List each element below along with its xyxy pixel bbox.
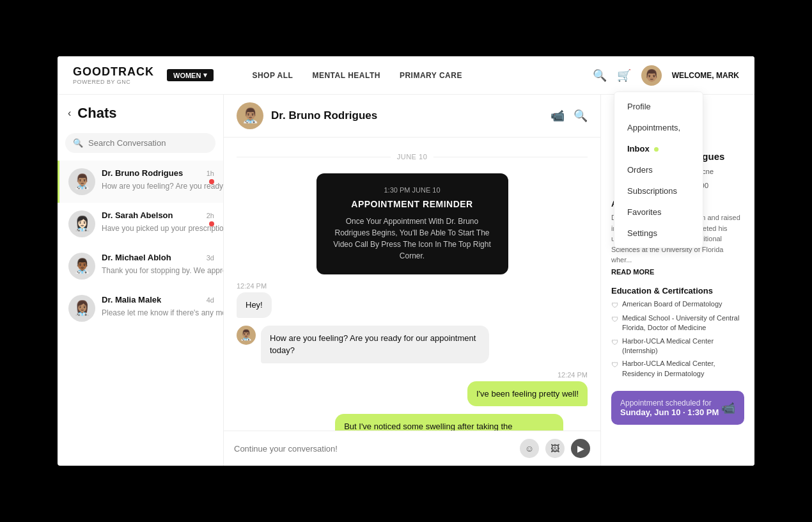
shield-icon-3: 🛡 [611, 338, 618, 347]
dropdown-profile[interactable]: Profile [614, 96, 703, 117]
edu-text-3: Harbor-UCLA Medical Center (Internship) [622, 336, 744, 356]
user-avatar[interactable]: 👨🏽 [641, 65, 662, 86]
chat-preview-michael: Thank you for stopping by. We appreciate… [102, 266, 223, 275]
chat-item-sarah[interactable]: 👩🏻‍⚕️ Dr. Sarah Abelson 2h Have you pick… [58, 203, 223, 245]
dropdown-subscriptions[interactable]: Subscriptions [614, 180, 703, 202]
chat-avatar-bruno: 👨🏽‍⚕️ [68, 168, 95, 195]
date-label: JUNE 10 [397, 153, 428, 161]
shield-icon-2: 🛡 [611, 315, 618, 324]
appt-info: Appointment scheduled for Sunday, Jun 10… [620, 399, 719, 417]
chat-time-sarah: 2h [207, 212, 214, 219]
date-separator: JUNE 10 [237, 153, 588, 161]
edu-text-1: American Board of Dermatology [622, 299, 722, 309]
reminder-body: Once Your Appointment With Dr. Bruno Rod… [332, 216, 493, 262]
chat-header: 👨🏽‍⚕️ Dr. Bruno Rodrigues 📹 🔍 [224, 95, 600, 138]
appt-label: Appointment scheduled for [620, 399, 719, 407]
msg-time-sent: 12:24 PM [237, 371, 588, 379]
chat-item-michael[interactable]: 👨🏾‍⚕️ Dr. Michael Abloh 3d Thank you for… [58, 245, 223, 287]
chat-info-bruno: Dr. Bruno Rodrigues 1h How are you feeli… [102, 168, 214, 191]
education-section: Education & Certifcations 🛡 American Boa… [611, 286, 744, 383]
emoji-button[interactable]: ☺ [520, 439, 539, 458]
welcome-text[interactable]: WELCOME, MARK [672, 71, 739, 80]
msg-bubble-hey: Hey! [237, 292, 272, 318]
header: GOODTRACK POWERED BY GNC WOMEN ▾ SHOP AL… [58, 56, 754, 95]
sidebar-title: Chats [77, 105, 116, 122]
date-line-right [433, 157, 588, 157]
nav-mental-health[interactable]: MENTAL HEALTH [312, 71, 380, 80]
chat-input-area: ☺ 🖼 ▶ [224, 431, 600, 466]
chat-item-malia[interactable]: 👩🏽‍⚕️ Dr. Malia Malek 4d Please let me k… [58, 287, 223, 329]
appt-video-icon[interactable]: 📹 [721, 401, 735, 415]
logo-text: GOODTRACK [73, 65, 154, 79]
chat-avatar-malia: 👩🏽‍⚕️ [68, 295, 95, 322]
women-label: WOMEN [173, 72, 201, 79]
messages-area: JUNE 10 1:30 PM JUNE 10 APPOINTMENT REMI… [224, 138, 600, 431]
chat-name-michael: Dr. Michael Abloh [102, 253, 171, 262]
user-dropdown-menu: Profile Appointments, Inbox Orders Subsc… [614, 91, 703, 248]
msg-time-1: 12:24 PM [237, 282, 588, 290]
msg-group-sent: 12:24 PM I've been feeling pretty well! [237, 371, 588, 407]
women-dropdown[interactable]: WOMEN ▾ [167, 69, 214, 81]
edu-item-2: 🛡 Medical School - University of Central… [611, 313, 744, 333]
chat-name-sarah: Dr. Sarah Abelson [102, 210, 173, 220]
attachment-button[interactable]: 🖼 [545, 439, 565, 458]
msg-bubble-feeling: How are you feeling? Are you ready for o… [261, 326, 489, 363]
shield-icon-4: 🛡 [611, 360, 618, 370]
nav-shop-all[interactable]: SHOP ALL [252, 71, 293, 80]
search-box: 🔍 [65, 133, 215, 153]
edu-text-4: Harbor-UCLA Medical Center, Residency in… [622, 359, 744, 379]
chat-info-sarah: Dr. Sarah Abelson 2h Have you picked up … [102, 210, 214, 233]
sidebar: ‹ Chats 🔍 👨🏽‍⚕️ Dr. Bruno Rodrigues 1h [58, 95, 224, 466]
chat-preview-bruno: How are you feeling? Are you ready for o… [102, 182, 223, 191]
msg-row-sent-2: But I've noticed some swelling after tak… [237, 414, 588, 431]
dropdown-appointments[interactable]: Appointments, [614, 117, 703, 138]
read-more-link[interactable]: READ MORE [611, 268, 654, 276]
message-input[interactable] [234, 444, 513, 454]
search-icon: 🔍 [73, 138, 83, 148]
chat-time-malia: 4d [207, 296, 214, 304]
msg-row-2: 👨🏽‍⚕️ How are you feeling? Are you ready… [237, 326, 588, 363]
chat-avatar-sarah: 👩🏻‍⚕️ [68, 210, 95, 237]
msg-group-1: 12:24 PM Hey! [237, 282, 588, 318]
chat-avatar-michael: 👨🏾‍⚕️ [68, 253, 95, 280]
video-call-icon[interactable]: 📹 [550, 109, 565, 123]
appt-date: Sunday, Jun 10 · 1:30 PM [620, 407, 719, 417]
chat-preview-malia: Please let me know if there's any more r… [102, 308, 223, 317]
dropdown-orders[interactable]: Orders [614, 159, 703, 180]
reminder-card: 1:30 PM JUNE 10 APPOINTMENT REMINDER Onc… [316, 173, 508, 274]
chat-header-icons: 📹 🔍 [550, 109, 588, 123]
send-button[interactable]: ▶ [571, 439, 590, 458]
chat-time-michael: 3d [207, 254, 214, 262]
msg-row-1: Hey! [237, 292, 588, 318]
chat-header-avatar: 👨🏽‍⚕️ [237, 102, 263, 129]
edu-item-3: 🛡 Harbor-UCLA Medical Center (Internship… [611, 336, 744, 356]
chat-preview-sarah: Have you picked up your prescription fro… [102, 224, 223, 233]
cart-icon[interactable]: 🛒 [617, 68, 631, 83]
chat-header-name: Dr. Bruno Rodrigues [271, 109, 543, 122]
reminder-title: APPOINTMENT REMINDER [332, 199, 493, 209]
dropdown-settings[interactable]: Settings [614, 223, 703, 244]
chat-info-michael: Dr. Michael Abloh 3d Thank you for stopp… [102, 253, 214, 276]
appointment-card[interactable]: Appointment scheduled for Sunday, Jun 10… [611, 391, 744, 425]
search-chat-icon[interactable]: 🔍 [574, 109, 588, 123]
search-input[interactable] [88, 138, 208, 148]
logo-area: GOODTRACK POWERED BY GNC [73, 65, 154, 85]
chevron-down-icon: ▾ [203, 71, 207, 79]
nav-links: SHOP ALL MENTAL HEALTH PRIMARY CARE [252, 71, 592, 80]
sidebar-header: ‹ Chats [58, 95, 223, 128]
msg-row-sent-1: I've been feeling pretty well! [237, 381, 588, 407]
back-button[interactable]: ‹ [68, 107, 71, 119]
chat-main: 👨🏽‍⚕️ Dr. Bruno Rodrigues 📹 🔍 JUNE 10 [224, 95, 601, 466]
msg-avatar-doctor: 👨🏽‍⚕️ [237, 326, 256, 345]
shield-icon-1: 🛡 [611, 301, 618, 310]
chat-item-bruno[interactable]: 👨🏽‍⚕️ Dr. Bruno Rodrigues 1h How are you… [58, 161, 223, 203]
reminder-time: 1:30 PM JUNE 10 [332, 186, 493, 194]
chat-list: 👨🏽‍⚕️ Dr. Bruno Rodrigues 1h How are you… [58, 161, 223, 466]
msg-bubble-well: I've been feeling pretty well! [467, 381, 588, 407]
powered-by: POWERED BY GNC [73, 79, 154, 85]
dropdown-inbox[interactable]: Inbox [614, 138, 703, 159]
dropdown-favorites[interactable]: Favorites [614, 202, 703, 223]
search-icon[interactable]: 🔍 [593, 68, 607, 83]
msg-bubble-swelling: But I've noticed some swelling after tak… [335, 414, 563, 431]
nav-primary-care[interactable]: PRIMARY CARE [400, 71, 462, 80]
